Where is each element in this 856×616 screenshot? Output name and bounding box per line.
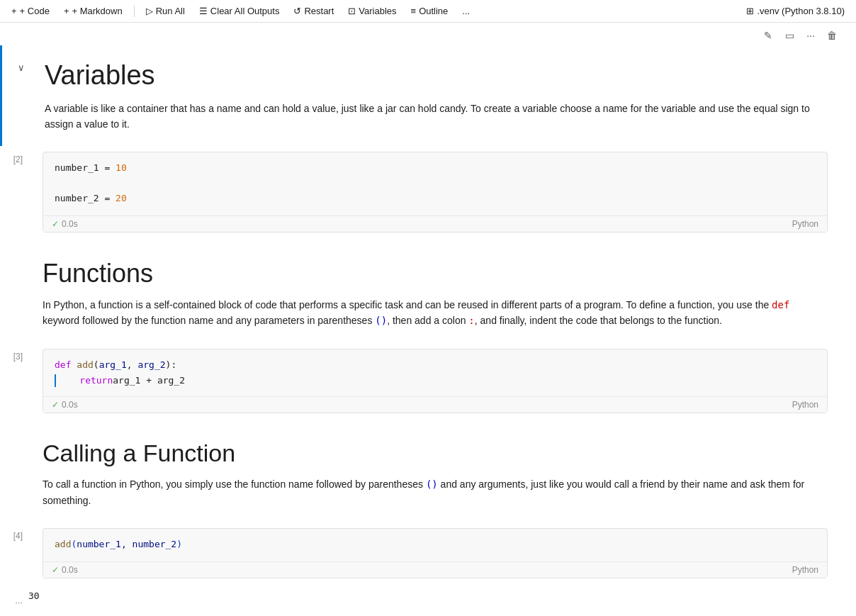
calling-cell-number: [4]: [13, 531, 23, 541]
functions-code-row: [3] def add(arg_1, arg_2): return arg_1 …: [0, 343, 856, 425]
code-lang: Python: [792, 219, 818, 229]
code-line-2: [55, 177, 816, 191]
functions-code-body: def add(arg_1, arg_2): return arg_1 + ar…: [43, 349, 827, 397]
variables-md-cell[interactable]: Variables A variable is like a container…: [30, 54, 856, 138]
variables-paragraph: A variable is like a container that has …: [45, 101, 828, 133]
fn-code-line-2: return arg_1 + arg_2: [55, 374, 816, 388]
run-all-button[interactable]: ▷ Run All: [140, 4, 191, 18]
restart-icon: ↺: [293, 6, 301, 16]
fn-code-line-1: def add(arg_1, arg_2):: [55, 358, 816, 374]
outline-button[interactable]: ≡ Outline: [405, 4, 454, 18]
split-cell-button[interactable]: ▭: [779, 26, 799, 45]
code-line-1: number_1 = 10: [55, 161, 816, 177]
calling-md-cell[interactable]: Calling a Function To call a function in…: [28, 433, 856, 514]
run-all-icon: ▷: [146, 6, 153, 16]
restart-button[interactable]: ↺ Restart: [288, 4, 339, 18]
add-code-icon: +: [11, 6, 17, 16]
output-dots: ···: [15, 597, 23, 607]
functions-md-cell[interactable]: Functions In Python, a function is a sel…: [28, 252, 856, 335]
cell-action-bar: ✎ ▭ ··· 🗑: [758, 26, 842, 45]
functions-paragraph: In Python, a function is a self-containe…: [43, 297, 828, 329]
code-line-3: number_2 = 20: [55, 191, 816, 207]
inline-code-paren: (): [375, 315, 387, 326]
variables-code-row: [2] number_1 = 10 number_2 = 20 ✓ 0.0s P…: [0, 146, 856, 243]
more-cell-icon: ···: [806, 30, 815, 41]
delete-cell-button[interactable]: 🗑: [822, 26, 842, 45]
functions-code-footer: ✓ 0.0s Python: [43, 396, 827, 413]
add-markdown-button[interactable]: + + Markdown: [58, 4, 128, 18]
output-dots-col: ···: [0, 588, 28, 607]
fn-status-check: ✓: [52, 400, 59, 410]
venv-selector[interactable]: ⊞ .venv (Python 3.8.10): [740, 4, 850, 18]
add-code-button[interactable]: + + Code: [6, 4, 55, 18]
clear-outputs-icon: ☰: [199, 6, 208, 16]
notebook: ∨ Variables A variable is like a contain…: [0, 45, 856, 613]
fn-code-lang: Python: [792, 400, 818, 410]
variables-cell-number-col: [2]: [0, 146, 28, 164]
call-code-lang: Python: [792, 565, 818, 575]
calling-code-footer: ✓ 0.0s Python: [43, 561, 827, 578]
delete-icon: 🗑: [827, 30, 837, 41]
output-value: 30: [28, 590, 40, 601]
variables-button[interactable]: ⊡ Variables: [342, 4, 402, 18]
output-value-col: 30: [28, 588, 54, 601]
functions-line-col: [0, 252, 28, 261]
variables-code-footer: ✓ 0.0s Python: [43, 215, 827, 232]
calling-cell-number-col: [4]: [0, 522, 28, 541]
calling-code-body: add(number_1, number_2): [43, 529, 827, 561]
divider-1: [134, 6, 135, 17]
functions-cell-number-col: [3]: [0, 343, 28, 362]
variables-icon: ⊡: [348, 6, 356, 16]
inline-code-calling-paren: (): [426, 478, 438, 490]
variables-heading-row: ∨ Variables A variable is like a contain…: [2, 54, 856, 138]
calling-heading: Calling a Function: [43, 439, 828, 468]
call-code-line-1: add(number_1, number_2): [55, 537, 816, 553]
functions-cell-number: [3]: [13, 352, 23, 362]
functions-heading: Functions: [43, 258, 828, 289]
output-row: ··· 30: [0, 587, 856, 613]
functions-section: Functions In Python, a function is a sel…: [0, 244, 856, 343]
more-toolbar-button[interactable]: ...: [456, 4, 475, 18]
calling-section: Calling a Function To call a function in…: [0, 425, 856, 522]
add-markdown-icon: +: [64, 6, 69, 16]
outline-icon: ≡: [411, 6, 417, 16]
variables-section: ∨ Variables A variable is like a contain…: [0, 45, 856, 146]
call-status-check: ✓: [52, 565, 59, 575]
calling-code-cell[interactable]: add(number_1, number_2) ✓ 0.0s Python: [43, 528, 828, 578]
status-time: 0.0s: [62, 219, 78, 229]
variables-cell-number: [2]: [13, 155, 23, 164]
calling-paragraph: To call a function in Python, you simply…: [43, 476, 828, 508]
collapse-arrow[interactable]: ∨: [18, 62, 25, 73]
variables-heading: Variables: [45, 60, 828, 92]
venv-icon: ⊞: [746, 6, 754, 16]
variables-code-cell[interactable]: number_1 = 10 number_2 = 20 ✓ 0.0s Pytho…: [43, 152, 828, 232]
functions-heading-row: Functions In Python, a function is a sel…: [0, 252, 856, 335]
toolbar: + + Code + + Markdown ▷ Run All ☰ Clear …: [0, 0, 856, 23]
clear-all-outputs-button[interactable]: ☰ Clear All Outputs: [193, 4, 286, 18]
status-check: ✓: [52, 219, 59, 229]
more-cell-button[interactable]: ···: [801, 26, 821, 45]
call-status-time: 0.0s: [62, 565, 78, 575]
variables-code-body: number_1 = 10 number_2 = 20: [43, 152, 827, 215]
line-number-col: ∨: [2, 54, 30, 73]
inline-code-def: def: [772, 299, 789, 310]
calling-code-row: [4] add(number_1, number_2) ✓ 0.0s Pytho…: [0, 522, 856, 587]
calling-line-col: [0, 433, 28, 442]
fn-status-time: 0.0s: [62, 400, 78, 410]
split-icon: ▭: [785, 30, 794, 41]
toolbar-right: ⊞ .venv (Python 3.8.10): [740, 4, 850, 18]
calling-heading-row: Calling a Function To call a function in…: [0, 433, 856, 514]
functions-code-cell[interactable]: def add(arg_1, arg_2): return arg_1 + ar…: [43, 349, 828, 414]
inline-code-colon: :: [468, 315, 474, 326]
edit-icon: ✎: [764, 30, 772, 41]
edit-cell-button[interactable]: ✎: [758, 26, 778, 45]
